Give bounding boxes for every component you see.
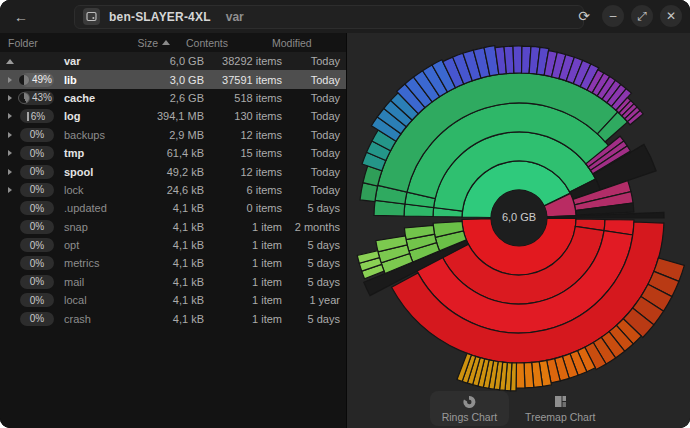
back-button[interactable]: ← xyxy=(8,6,34,28)
folder-name[interactable]: log xyxy=(64,110,138,122)
folder-name[interactable]: .updated xyxy=(64,202,138,214)
folder-name[interactable]: tmp xyxy=(64,147,138,159)
table-row[interactable]: 0%local4,1 kB1 item1 year xyxy=(0,291,346,309)
column-modified[interactable]: Modified xyxy=(258,37,340,49)
column-contents[interactable]: Contents xyxy=(174,37,258,49)
usage-percent-cell: 0% xyxy=(20,256,57,270)
folder-name[interactable]: backups xyxy=(64,129,138,141)
titlebar: ← ben-SLAYER-4XL var ⟳ – ⤢ ✕ xyxy=(0,0,690,33)
ring-segment[interactable] xyxy=(513,46,522,73)
usage-percent-cell: 0% xyxy=(20,312,57,326)
folder-name[interactable]: spool xyxy=(64,166,138,178)
table-row[interactable]: 0%.updated4,1 kB0 items5 days xyxy=(0,199,346,217)
expand-icon[interactable] xyxy=(8,113,12,119)
restore-button[interactable]: ⤢ xyxy=(631,5,653,27)
usage-percent-value: 0% xyxy=(30,148,44,159)
folder-size: 61,4 kB xyxy=(138,147,204,159)
window-controls: ⟳ – ⤢ ✕ xyxy=(573,5,682,27)
table-row[interactable]: 0%metrics4,1 kB1 item5 days xyxy=(0,254,346,272)
folder-modified: 1 year xyxy=(282,294,340,306)
folder-modified: Today xyxy=(282,92,340,104)
usage-pie-icon xyxy=(18,74,30,86)
column-size[interactable]: Size xyxy=(100,37,158,49)
table-row[interactable]: 0%backups2,9 MB12 itemsToday xyxy=(0,126,346,144)
rings-chart-icon xyxy=(461,395,477,409)
folder-contents: 12 items xyxy=(204,166,282,178)
rings-chart[interactable] xyxy=(347,33,690,428)
table-row[interactable]: 6%log394,1 MB130 itemsToday xyxy=(0,107,346,125)
table-row[interactable]: 0%crash4,1 kB1 item5 days xyxy=(0,309,346,327)
folder-size: 394,1 MB xyxy=(138,110,204,122)
expand-icon[interactable] xyxy=(8,187,12,193)
usage-percent-pill: 6% xyxy=(20,109,54,123)
table-row[interactable]: 0%opt4,1 kB1 item5 days xyxy=(0,236,346,254)
breadcrumb[interactable]: ben-SLAYER-4XL var xyxy=(74,5,584,29)
folder-name[interactable]: mail xyxy=(64,276,138,288)
folder-size: 2,6 GB xyxy=(138,92,204,104)
table-row[interactable]: var6,0 GB38292 itemsToday xyxy=(0,52,346,70)
folder-modified: Today xyxy=(282,184,340,196)
folder-modified: 2 months xyxy=(282,221,340,233)
folder-name[interactable]: crash xyxy=(64,313,138,325)
treemap-chart-button[interactable]: Treemap Chart xyxy=(513,391,607,426)
ring-segment[interactable] xyxy=(504,46,514,73)
table-row[interactable]: 0%lock24,6 kB6 itemsToday xyxy=(0,181,346,199)
folder-contents: 15 items xyxy=(204,147,282,159)
folder-name[interactable]: lib xyxy=(64,74,138,86)
folder-name[interactable]: lock xyxy=(64,184,138,196)
table-header: Folder Size Contents Modified xyxy=(0,33,346,52)
usage-percent-value: 0% xyxy=(30,258,44,269)
ring-segment[interactable] xyxy=(524,362,534,387)
folder-size: 4,1 kB xyxy=(138,202,204,214)
table-row[interactable]: 0%snap4,1 kB1 item2 months xyxy=(0,218,346,236)
breadcrumb-path[interactable]: var xyxy=(226,10,244,24)
folder-size: 4,1 kB xyxy=(138,221,204,233)
folder-table-pane: Folder Size Contents Modified var6,0 GB3… xyxy=(0,33,347,428)
table-row[interactable]: 0%spool49,2 kB12 itemsToday xyxy=(0,162,346,180)
collapse-icon[interactable] xyxy=(6,59,14,64)
folder-name[interactable]: opt xyxy=(64,239,138,251)
table-row[interactable]: 0%tmp61,4 kB15 itemsToday xyxy=(0,144,346,162)
table-row[interactable]: 0%mail4,1 kB1 item5 days xyxy=(0,273,346,291)
folder-contents: 1 item xyxy=(204,276,282,288)
restore-icon: ⤢ xyxy=(637,9,647,23)
folder-contents: 1 item xyxy=(204,221,282,233)
folder-contents: 1 item xyxy=(204,313,282,325)
folder-contents: 12 items xyxy=(204,129,282,141)
folder-modified: Today xyxy=(282,55,340,67)
close-button[interactable]: ✕ xyxy=(660,5,682,27)
folder-modified: 5 days xyxy=(282,257,340,269)
usage-percent-pill: 0% xyxy=(20,275,54,289)
column-folder[interactable]: Folder xyxy=(8,37,100,49)
usage-percent-pill: 0% xyxy=(20,220,54,234)
folder-name[interactable]: metrics xyxy=(64,257,138,269)
folder-name[interactable]: local xyxy=(64,294,138,306)
usage-percent-value: 0% xyxy=(30,221,44,232)
chart-pane: 6,0 GB Rings Chart Treemap Chart xyxy=(347,33,690,428)
folder-modified: Today xyxy=(282,166,340,178)
folder-modified: 5 days xyxy=(282,276,340,288)
expand-icon[interactable] xyxy=(8,77,12,83)
minimize-icon: – xyxy=(610,9,617,23)
folder-contents: 1 item xyxy=(204,257,282,269)
usage-percent-pill: 0% xyxy=(20,128,54,142)
folder-modified: Today xyxy=(282,110,340,122)
folder-name[interactable]: cache xyxy=(64,92,138,104)
ring-segment[interactable] xyxy=(516,363,525,388)
expand-icon[interactable] xyxy=(8,132,12,138)
expand-icon[interactable] xyxy=(8,95,12,101)
rings-chart-button[interactable]: Rings Chart xyxy=(430,391,509,426)
usage-percent-pill: 0% xyxy=(20,165,54,179)
folder-contents: 0 items xyxy=(204,202,282,214)
folder-name[interactable]: snap xyxy=(64,221,138,233)
sort-ascending-icon[interactable] xyxy=(162,40,170,45)
folder-contents: 518 items xyxy=(204,92,282,104)
refresh-button[interactable]: ⟳ xyxy=(573,5,595,27)
expand-icon[interactable] xyxy=(8,150,12,156)
expand-icon[interactable] xyxy=(8,169,12,175)
table-row[interactable]: 49%lib3,0 GB37591 itemsToday xyxy=(0,70,346,88)
minimize-button[interactable]: – xyxy=(602,5,624,27)
table-row[interactable]: 43%cache2,6 GB518 itemsToday xyxy=(0,89,346,107)
folder-name[interactable]: var xyxy=(64,55,138,67)
folder-size: 4,1 kB xyxy=(138,294,204,306)
